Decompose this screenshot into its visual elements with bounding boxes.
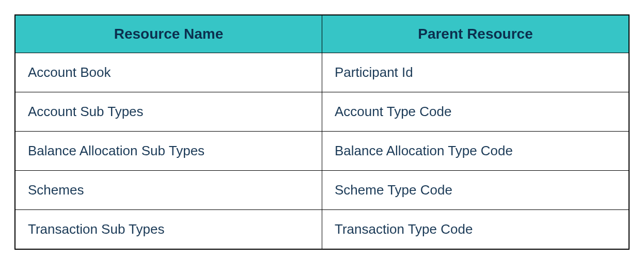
- cell-resource-name: Account Book: [15, 53, 322, 92]
- resource-table-wrapper: Resource Name Parent Resource Account Bo…: [14, 14, 630, 250]
- cell-resource-name: Account Sub Types: [15, 92, 322, 132]
- table-row: Balance Allocation Sub Types Balance All…: [15, 132, 629, 171]
- cell-parent-resource: Participant Id: [322, 53, 630, 92]
- cell-parent-resource: Account Type Code: [322, 92, 630, 132]
- table-row: Account Book Participant Id: [15, 53, 629, 92]
- header-parent-resource: Parent Resource: [322, 15, 630, 53]
- table-row: Schemes Scheme Type Code: [15, 171, 629, 210]
- cell-parent-resource: Scheme Type Code: [322, 171, 630, 210]
- header-resource-name: Resource Name: [15, 15, 322, 53]
- table-row: Account Sub Types Account Type Code: [15, 92, 629, 132]
- table-header: Resource Name Parent Resource: [15, 15, 629, 53]
- resource-table: Resource Name Parent Resource Account Bo…: [14, 14, 630, 250]
- table-row: Transaction Sub Types Transaction Type C…: [15, 210, 629, 250]
- cell-parent-resource: Balance Allocation Type Code: [322, 132, 630, 171]
- cell-parent-resource: Transaction Type Code: [322, 210, 630, 250]
- table-body: Account Book Participant Id Account Sub …: [15, 53, 629, 250]
- cell-resource-name: Schemes: [15, 171, 322, 210]
- cell-resource-name: Balance Allocation Sub Types: [15, 132, 322, 171]
- cell-resource-name: Transaction Sub Types: [15, 210, 322, 250]
- table-header-row: Resource Name Parent Resource: [15, 15, 629, 53]
